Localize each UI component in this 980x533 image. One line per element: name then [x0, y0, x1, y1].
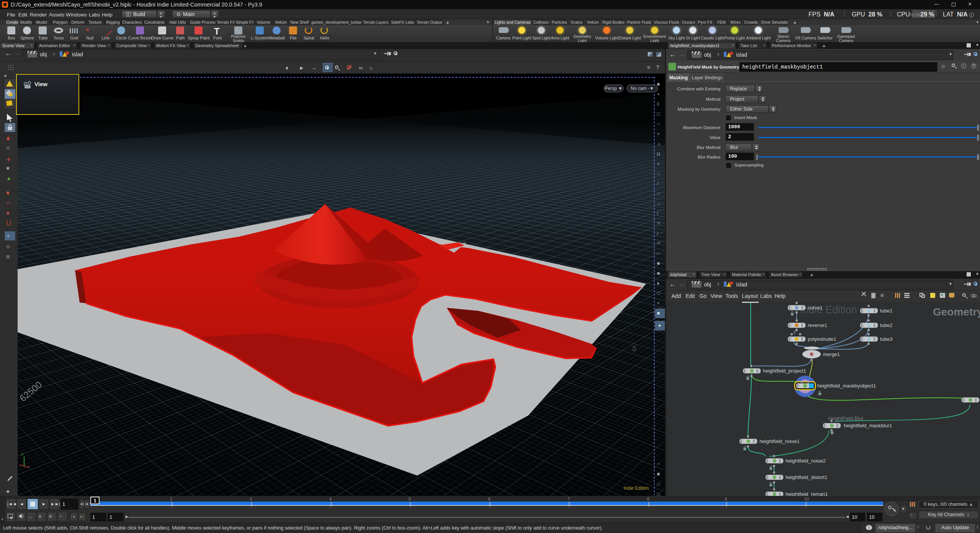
svg-text:tube1: tube1 — [880, 308, 893, 314]
svg-text:heightfield_maskbyobject1: heightfield_maskbyobject1 — [817, 383, 876, 389]
svg-text:Geometry: Geometry — [933, 306, 980, 318]
svg-text:polyextrude1: polyextrude1 — [808, 336, 836, 342]
svg-text:heightfield_project1: heightfield_project1 — [763, 368, 806, 374]
svg-text:heightfield_noise2: heightfield_noise2 — [786, 458, 826, 464]
svg-text:tube3: tube3 — [880, 336, 893, 342]
svg-text:curve1: curve1 — [808, 305, 823, 311]
svg-text:merge1: merge1 — [823, 352, 840, 357]
svg-text:heightfield_distort1: heightfield_distort1 — [786, 474, 827, 480]
svg-text:heightfield_reman1: heightfield_reman1 — [786, 491, 828, 496]
svg-text:tube2: tube2 — [880, 322, 893, 328]
svg-text:HeightField Blur: HeightField Blur — [828, 415, 864, 421]
svg-text:heightfield_maskblur1: heightfield_maskblur1 — [844, 423, 892, 428]
svg-text:heightfield_noise1: heightfield_noise1 — [760, 438, 800, 444]
svg-text:reverse1: reverse1 — [808, 322, 827, 328]
